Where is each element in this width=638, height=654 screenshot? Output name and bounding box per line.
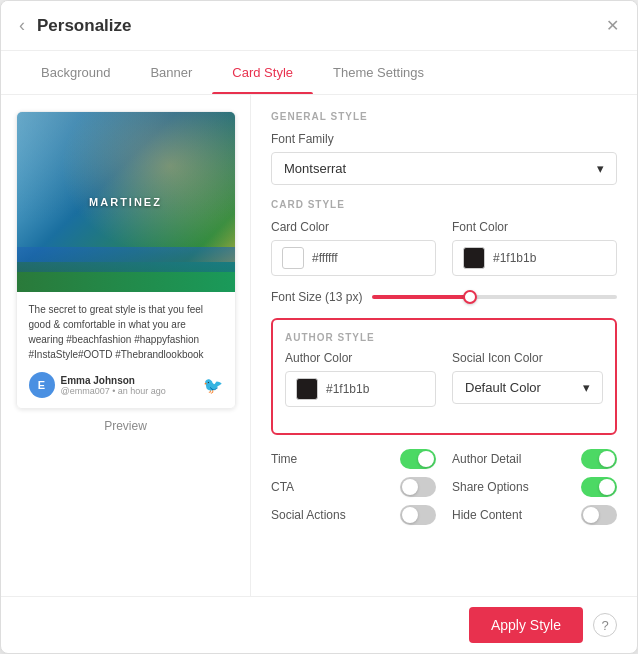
toggle-label-time: Time bbox=[271, 452, 297, 466]
color-inputs-row: Card Color #ffffff Font Color #1f1b1b bbox=[271, 220, 617, 276]
tab-card-style[interactable]: Card Style bbox=[212, 51, 313, 94]
font-family-dropdown[interactable]: Montserrat ▾ bbox=[271, 152, 617, 185]
font-color-label: Font Color bbox=[452, 220, 617, 234]
tab-theme-settings[interactable]: Theme Settings bbox=[313, 51, 444, 94]
page-title: Personalize bbox=[37, 16, 606, 36]
toggle-label-social-actions: Social Actions bbox=[271, 508, 346, 522]
social-icon-value: Default Color bbox=[465, 380, 541, 395]
general-style-label: GENERAL STYLE bbox=[271, 111, 617, 122]
author-color-input[interactable]: #1f1b1b bbox=[285, 371, 436, 407]
personalize-window: ‹ Personalize ✕ Background Banner Card S… bbox=[0, 0, 638, 654]
author-style-section: AUTHOR STYLE Author Color #1f1b1b Social… bbox=[271, 318, 617, 435]
toggle-item-share-options: Share Options bbox=[452, 477, 617, 497]
card-caption: The secret to great style is that you fe… bbox=[29, 302, 223, 362]
toggle-hide-content[interactable] bbox=[581, 505, 617, 525]
toggle-item-hide-content: Hide Content bbox=[452, 505, 617, 525]
font-size-label: Font Size (13 px) bbox=[271, 290, 362, 304]
author-style-label: AUTHOR STYLE bbox=[285, 332, 603, 343]
preview-panel: MARTINEZ The secret to great style is th… bbox=[1, 95, 251, 596]
card-color-group: Card Color #ffffff bbox=[271, 220, 436, 276]
card-style-section: CARD STYLE Card Color #ffffff Font Color bbox=[271, 199, 617, 304]
card-color-swatch bbox=[282, 247, 304, 269]
card-color-input[interactable]: #ffffff bbox=[271, 240, 436, 276]
card-author: E Emma Johnson @emma007 • an hour ago bbox=[29, 372, 166, 398]
chevron-down-icon: ▾ bbox=[597, 161, 604, 176]
toggle-social-actions[interactable] bbox=[400, 505, 436, 525]
tabs-bar: Background Banner Card Style Theme Setti… bbox=[1, 51, 637, 95]
font-color-input[interactable]: #1f1b1b bbox=[452, 240, 617, 276]
social-icon-group: Social Icon Color Default Color ▾ bbox=[452, 351, 603, 407]
twitter-icon: 🐦 bbox=[203, 376, 223, 395]
toggle-author-detail[interactable] bbox=[581, 449, 617, 469]
font-color-group: Font Color #1f1b1b bbox=[452, 220, 617, 276]
font-size-slider[interactable] bbox=[372, 295, 617, 299]
toggle-item-time: Time bbox=[271, 449, 436, 469]
author-info: Emma Johnson @emma007 • an hour ago bbox=[61, 375, 166, 396]
avatar: E bbox=[29, 372, 55, 398]
toggle-share-options[interactable] bbox=[581, 477, 617, 497]
close-button[interactable]: ✕ bbox=[606, 16, 619, 35]
slider-thumb bbox=[463, 290, 477, 304]
card-image: MARTINEZ bbox=[17, 112, 235, 292]
author-color-group: Author Color #1f1b1b bbox=[285, 351, 436, 407]
tab-banner[interactable]: Banner bbox=[130, 51, 212, 94]
font-family-label: Font Family bbox=[271, 132, 617, 146]
font-color-swatch bbox=[463, 247, 485, 269]
titlebar: ‹ Personalize ✕ bbox=[1, 1, 637, 51]
toggle-label-hide-content: Hide Content bbox=[452, 508, 522, 522]
card-body: The secret to great style is that you fe… bbox=[17, 292, 235, 408]
author-color-value: #1f1b1b bbox=[326, 382, 369, 396]
bottom-bar: Apply Style ? bbox=[1, 596, 637, 653]
help-button[interactable]: ? bbox=[593, 613, 617, 637]
toggle-time[interactable] bbox=[400, 449, 436, 469]
tab-background[interactable]: Background bbox=[21, 51, 130, 94]
social-icon-dropdown[interactable]: Default Color ▾ bbox=[452, 371, 603, 404]
toggle-label-author-detail: Author Detail bbox=[452, 452, 521, 466]
author-color-label: Author Color bbox=[285, 351, 436, 365]
font-family-group: Font Family Montserrat ▾ bbox=[271, 132, 617, 185]
back-button[interactable]: ‹ bbox=[19, 15, 25, 36]
card-style-label: CARD STYLE bbox=[271, 199, 617, 210]
general-style-section: GENERAL STYLE Font Family Montserrat ▾ bbox=[271, 111, 617, 185]
card-footer: E Emma Johnson @emma007 • an hour ago 🐦 bbox=[29, 372, 223, 398]
toggle-label-share-options: Share Options bbox=[452, 480, 529, 494]
preview-link[interactable]: Preview bbox=[104, 419, 147, 433]
image-text: MARTINEZ bbox=[89, 196, 162, 208]
toggle-label-cta: CTA bbox=[271, 480, 294, 494]
toggle-item-social-actions: Social Actions bbox=[271, 505, 436, 525]
card-preview: MARTINEZ The secret to great style is th… bbox=[16, 111, 236, 409]
card-color-value: #ffffff bbox=[312, 251, 338, 265]
social-icon-label: Social Icon Color bbox=[452, 351, 603, 365]
card-color-label: Card Color bbox=[271, 220, 436, 234]
author-color-row: Author Color #1f1b1b Social Icon Color D… bbox=[285, 351, 603, 407]
settings-panel: GENERAL STYLE Font Family Montserrat ▾ C… bbox=[251, 95, 637, 596]
author-color-swatch bbox=[296, 378, 318, 400]
main-content: MARTINEZ The secret to great style is th… bbox=[1, 95, 637, 596]
toggle-item-author-detail: Author Detail bbox=[452, 449, 617, 469]
chevron-down-icon-social: ▾ bbox=[583, 380, 590, 395]
toggle-cta[interactable] bbox=[400, 477, 436, 497]
toggle-item-cta: CTA bbox=[271, 477, 436, 497]
font-family-value: Montserrat bbox=[284, 161, 346, 176]
toggles-grid: Time Author Detail CTA Share Options bbox=[271, 449, 617, 525]
author-handle: @emma007 • an hour ago bbox=[61, 386, 166, 396]
apply-style-button[interactable]: Apply Style bbox=[469, 607, 583, 643]
author-name: Emma Johnson bbox=[61, 375, 166, 386]
font-size-row: Font Size (13 px) bbox=[271, 290, 617, 304]
font-color-value: #1f1b1b bbox=[493, 251, 536, 265]
